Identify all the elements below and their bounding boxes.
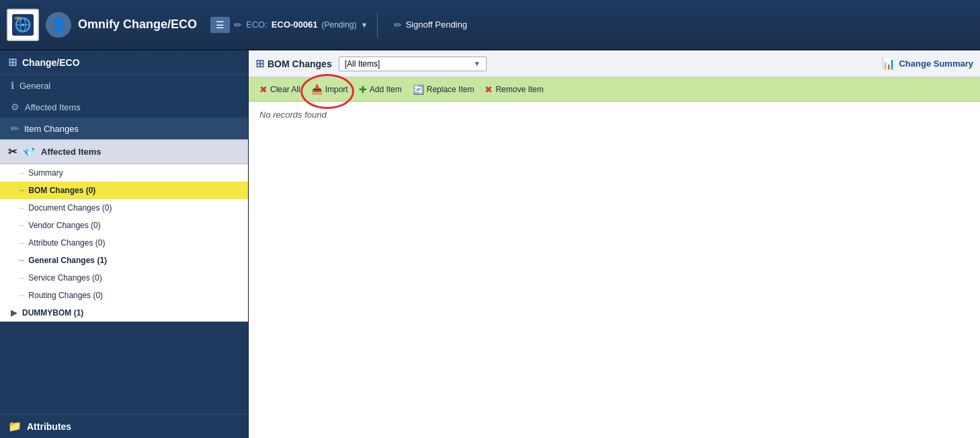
tree-dot-general: ··· <box>19 257 24 264</box>
sidebar-sub-attribute-changes[interactable]: ··· Attribute Changes (0) <box>0 234 248 252</box>
eco-value: ECO-00061 <box>272 20 318 30</box>
sidebar-affected-items-subheader: ✂ 💎 Affected Items <box>0 139 248 164</box>
main-content: ⊞ BOM Changes [All Items] ▼ 📊 Change Sum… <box>249 50 980 438</box>
item-changes-label: Item Changes <box>24 124 79 134</box>
item-changes-icon: ✏ <box>11 123 19 134</box>
affected-items-sub-icon2: 💎 <box>22 145 36 158</box>
add-item-label: Add Item <box>370 85 402 94</box>
eco-status: (Pending) <box>321 20 356 30</box>
tree-dot-bom: ··· <box>19 187 24 194</box>
replace-item-icon: 🔄 <box>413 84 424 95</box>
menu-button[interactable]: ☰ <box>210 17 230 33</box>
clear-all-icon: ✖ <box>259 84 268 95</box>
bom-changes-section-label: ⊞ BOM Changes <box>255 57 332 70</box>
add-item-icon: ✚ <box>359 84 367 95</box>
sidebar-sub-routing-changes[interactable]: ··· Routing Changes (0) <box>0 287 248 304</box>
items-dropdown[interactable]: [All Items] ▼ <box>339 57 487 71</box>
sidebar-sub-service-changes[interactable]: ··· Service Changes (0) <box>0 269 248 287</box>
vendor-changes-label: Vendor Changes (0) <box>28 221 100 230</box>
sidebar-item-affected-items[interactable]: ⚙ Affected Items <box>0 96 248 118</box>
replace-item-button[interactable]: 🔄 Replace Item <box>409 82 479 97</box>
eco-dropdown-arrow[interactable]: ▼ <box>361 21 368 29</box>
tree-dot-service: ··· <box>19 275 24 282</box>
no-records-message: No records found <box>249 102 980 128</box>
sidebar-sub-dummybom[interactable]: ▶ DUMMYBOM (1) <box>0 304 248 322</box>
toolbar: ✖ Clear All 📥 Import ✚ Add Item 🔄 Replac… <box>249 77 980 102</box>
top-header: 👤 Omnify Change/ECO ☰ ✏ ECO: ECO-00061 (… <box>0 0 980 50</box>
edit-icon: ✏ <box>234 20 242 30</box>
import-label: Import <box>325 85 348 94</box>
eco-info-row: ☰ ✏ ECO: ECO-00061 (Pending) ▼ ✏ Signoff… <box>210 13 474 37</box>
change-summary-label: Change Summary <box>899 59 973 69</box>
tree-dot-vendor: ··· <box>19 222 24 229</box>
service-changes-label: Service Changes (0) <box>28 273 101 283</box>
dummybom-label: DUMMYBOM (1) <box>22 308 83 318</box>
main-layout: ⊞ Change/ECO ℹ General ⚙ Affected Items … <box>0 50 980 438</box>
header-divider <box>377 13 378 37</box>
remove-item-label: Remove Item <box>495 85 543 94</box>
sidebar-sub-summary[interactable]: ··· Summary <box>0 164 248 182</box>
signoff-icon: ✏ <box>394 20 402 30</box>
affected-items-sub-icon1: ✂ <box>8 145 17 158</box>
sidebar: ⊞ Change/ECO ℹ General ⚙ Affected Items … <box>0 50 249 438</box>
remove-item-button[interactable]: ✖ Remove Item <box>481 82 547 97</box>
clear-all-label: Clear All <box>270 85 300 94</box>
import-icon: 📥 <box>311 84 323 95</box>
items-dropdown-value: [All Items] <box>345 59 380 69</box>
add-item-button[interactable]: ✚ Add Item <box>355 82 406 97</box>
general-label: General <box>19 81 50 91</box>
sidebar-sub-general-changes[interactable]: ··· General Changes (1) <box>0 252 248 269</box>
replace-item-label: Replace Item <box>427 85 475 94</box>
chart-icon: 📊 <box>882 57 895 70</box>
app-title: Omnify Change/ECO <box>78 17 197 32</box>
sidebar-sub-document-changes[interactable]: ··· Document Changes (0) <box>0 199 248 217</box>
import-button[interactable]: 📥 Import <box>307 82 352 97</box>
remove-item-icon: ✖ <box>485 84 493 95</box>
eco-label: ECO: <box>246 20 268 30</box>
affected-items-label: Affected Items <box>25 102 81 112</box>
items-dropdown-arrow-icon: ▼ <box>474 60 481 67</box>
no-records-text: No records found <box>259 110 327 120</box>
tree-dot-routing: ··· <box>19 292 24 299</box>
bom-changes-header-text: BOM Changes <box>268 59 332 69</box>
sidebar-item-item-changes[interactable]: ✏ Item Changes <box>0 118 248 139</box>
dummybom-expand-arrow[interactable]: ▶ <box>11 308 17 318</box>
sidebar-attributes[interactable]: 📁 Attributes <box>0 414 248 438</box>
user-avatar: 👤 <box>46 12 71 38</box>
content-header: ⊞ BOM Changes [All Items] ▼ 📊 Change Sum… <box>249 50 980 77</box>
change-eco-label: Change/ECO <box>22 57 80 68</box>
import-button-wrapper: 📥 Import <box>307 82 352 97</box>
general-icon: ℹ <box>11 80 14 91</box>
signoff-label: Signoff Pending <box>405 20 467 30</box>
tree-dot-doc: ··· <box>19 205 24 212</box>
sidebar-sub-bom-changes[interactable]: ··· BOM Changes (0) <box>0 182 248 199</box>
sidebar-item-general[interactable]: ℹ General <box>0 75 248 96</box>
change-summary-button[interactable]: 📊 Change Summary <box>882 57 973 70</box>
bom-changes-label: BOM Changes (0) <box>28 186 95 195</box>
attribute-changes-label: Attribute Changes (0) <box>28 238 105 248</box>
app-logo <box>7 9 39 41</box>
bom-grid-icon: ⊞ <box>255 57 264 70</box>
attributes-icon: 📁 <box>8 420 22 433</box>
affected-items-sub-label: Affected Items <box>41 147 101 157</box>
signoff-button[interactable]: ✏ Signoff Pending <box>387 17 474 33</box>
document-changes-label: Document Changes (0) <box>28 203 112 213</box>
clear-all-button[interactable]: ✖ Clear All <box>255 82 304 97</box>
general-changes-label: General Changes (1) <box>28 256 107 265</box>
attributes-label: Attributes <box>27 421 71 432</box>
summary-label: Summary <box>28 168 63 178</box>
tree-dot-attr: ··· <box>19 240 24 247</box>
affected-items-icon: ⚙ <box>11 102 19 112</box>
sidebar-change-eco-header: ⊞ Change/ECO <box>0 50 248 75</box>
change-eco-icon: ⊞ <box>8 56 17 69</box>
routing-changes-label: Routing Changes (0) <box>28 291 103 300</box>
tree-dot-summary: ··· <box>19 170 24 177</box>
sidebar-sub-vendor-changes[interactable]: ··· Vendor Changes (0) <box>0 217 248 234</box>
svg-point-4 <box>22 24 24 26</box>
